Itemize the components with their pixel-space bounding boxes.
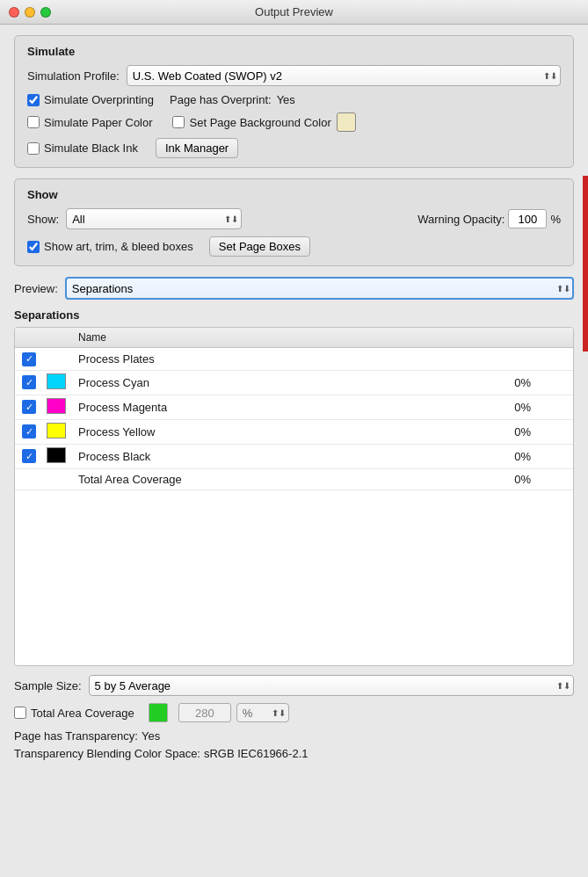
row-value: 0% (485, 395, 538, 419)
table-row: ✓ Process Magenta 0% (15, 395, 573, 419)
show-art-trim-row: Show art, trim, & bleed boxes Set Page B… (27, 236, 561, 257)
warning-opacity-group: Warning Opacity: 100 % (417, 209, 561, 228)
row-check: ✓ (15, 348, 43, 371)
set-page-boxes-button[interactable]: Set Page Boxes (209, 236, 310, 257)
simulate-title: Simulate (27, 45, 561, 58)
row-extra (538, 444, 573, 468)
row-value: 0% (485, 468, 538, 489)
row-color-box (43, 348, 71, 371)
row-value: 0% (485, 370, 538, 395)
separations-title: Separations (14, 308, 574, 322)
simulation-profile-label: Simulation Profile: (27, 69, 120, 83)
yellow-color-box (47, 423, 66, 438)
col-header-extra (538, 328, 573, 348)
row-color-box (43, 468, 71, 489)
simulate-section: Simulate Simulation Profile: U.S. Web Co… (14, 35, 574, 168)
page-transparency-label: Page has Transparency: (14, 729, 138, 743)
title-bar: Output Preview (0, 0, 588, 25)
table-row: ✓ Process Cyan 0% (15, 370, 573, 395)
row-checked-icon: ✓ (22, 449, 36, 463)
simulation-profile-select-wrapper: U.S. Web Coated (SWOP) v2 ⬆⬇ (127, 65, 561, 86)
row-checked-icon: ✓ (22, 352, 36, 366)
simulate-paper-color-label[interactable]: Simulate Paper Color (27, 116, 153, 129)
simulation-profile-row: Simulation Profile: U.S. Web Coated (SWO… (27, 65, 561, 86)
row-name: Process Cyan (71, 370, 485, 395)
row-color-box (43, 395, 71, 419)
row-extra (538, 370, 573, 395)
sample-size-label: Sample Size: (14, 679, 82, 692)
row-check: ✓ (15, 419, 43, 444)
black-color-box (47, 447, 66, 463)
simulate-paper-color-checkbox[interactable] (27, 116, 40, 128)
simulate-black-ink-checkbox[interactable] (27, 142, 40, 155)
sample-size-row: Sample Size: 5 by 5 Average Point Sample… (14, 675, 574, 696)
set-page-bg-color-checkbox[interactable] (172, 116, 185, 128)
row-value: 0% (485, 444, 538, 468)
row-checked-icon: ✓ (22, 424, 36, 438)
transparency-blending-row: Transparency Blending Color Space: sRGB … (14, 747, 574, 760)
row-name: Process Plates (71, 348, 485, 371)
row-color-box (43, 419, 71, 444)
empty-space-row (15, 489, 573, 665)
row-extra (538, 395, 573, 419)
show-select-wrapper: All ⬆⬇ (66, 208, 242, 229)
coverage-color-swatch[interactable] (149, 703, 168, 722)
row-checked-icon: ✓ (22, 400, 36, 414)
page-has-overprint-value: Yes (277, 93, 295, 106)
preview-label: Preview: (14, 282, 58, 295)
transparency-blending-value: sRGB IEC61966-2.1 (204, 747, 309, 760)
table-row: Total Area Coverage 0% (15, 468, 573, 489)
row-check: ✓ (15, 444, 43, 468)
row-color-box (43, 370, 71, 395)
cyan-color-box (47, 373, 66, 389)
ink-manager-button[interactable]: Ink Manager (156, 138, 238, 158)
page-transparency-value: Yes (142, 729, 160, 743)
table-header-row: Name (15, 328, 573, 348)
row-checked-icon: ✓ (22, 375, 36, 389)
simulate-black-ink-row: Simulate Black Ink Ink Manager (27, 138, 561, 158)
warning-opacity-input[interactable]: 100 (508, 209, 547, 228)
row-value (485, 348, 538, 371)
show-select[interactable]: All (66, 208, 242, 229)
col-header-color (43, 328, 71, 348)
coverage-dropdown-wrapper: % ⬆⬇ (236, 703, 289, 722)
show-art-trim-checkbox[interactable] (27, 241, 40, 253)
sample-size-select[interactable]: 5 by 5 Average Point Sample 3 by 3 Avera… (89, 675, 574, 696)
total-area-coverage-checkbox[interactable] (14, 707, 26, 719)
total-area-coverage-label[interactable]: Total Area Coverage (14, 707, 134, 720)
simulate-black-ink-label[interactable]: Simulate Black Ink (27, 141, 138, 155)
simulate-overprinting-label[interactable]: Simulate Overprinting (27, 93, 154, 106)
sample-size-select-wrapper: 5 by 5 Average Point Sample 3 by 3 Avera… (89, 675, 574, 696)
coverage-value-input[interactable] (178, 703, 231, 722)
table-row: ✓ Process Black 0% (15, 444, 573, 468)
col-header-value (485, 328, 538, 348)
preview-select[interactable]: Separations Color Warnings Ink Coverage (65, 277, 574, 300)
simulate-paper-color-row: Simulate Paper Color Set Page Background… (27, 112, 561, 132)
close-button[interactable] (9, 7, 19, 18)
row-check: ✓ (15, 370, 43, 395)
row-name: Total Area Coverage (71, 468, 485, 489)
total-area-coverage-row: Total Area Coverage % ⬆⬇ % (14, 703, 574, 722)
row-name: Process Yellow (71, 419, 485, 444)
maximize-button[interactable] (40, 7, 51, 18)
simulation-profile-select[interactable]: U.S. Web Coated (SWOP) v2 (127, 65, 561, 86)
show-label: Show: (27, 213, 59, 226)
set-page-bg-color-label: Set Page Background Color (190, 116, 331, 129)
simulate-overprinting-checkbox[interactable] (27, 94, 40, 106)
simulate-overprinting-row: Simulate Overprinting Page has Overprint… (27, 93, 561, 106)
warning-opacity-unit: % (550, 213, 561, 226)
col-header-name: Name (71, 328, 485, 348)
set-page-bg-color-group: Set Page Background Color (172, 112, 356, 132)
table-row: ✓ Process Yellow 0% (15, 419, 573, 444)
page-bg-color-swatch[interactable] (337, 112, 356, 132)
page-has-overprint-label: Page has Overprint: (170, 93, 272, 106)
red-accent-bar (583, 176, 588, 352)
preview-select-wrapper: Separations Color Warnings Ink Coverage … (65, 277, 574, 300)
minimize-button[interactable] (25, 7, 35, 18)
coverage-dropdown[interactable]: % (236, 703, 289, 722)
row-name: Process Black (71, 444, 485, 468)
transparency-blending-label: Transparency Blending Color Space: (14, 747, 200, 760)
row-check: ✓ (15, 395, 43, 419)
show-art-trim-label[interactable]: Show art, trim, & bleed boxes (27, 240, 193, 253)
row-check (15, 468, 43, 489)
